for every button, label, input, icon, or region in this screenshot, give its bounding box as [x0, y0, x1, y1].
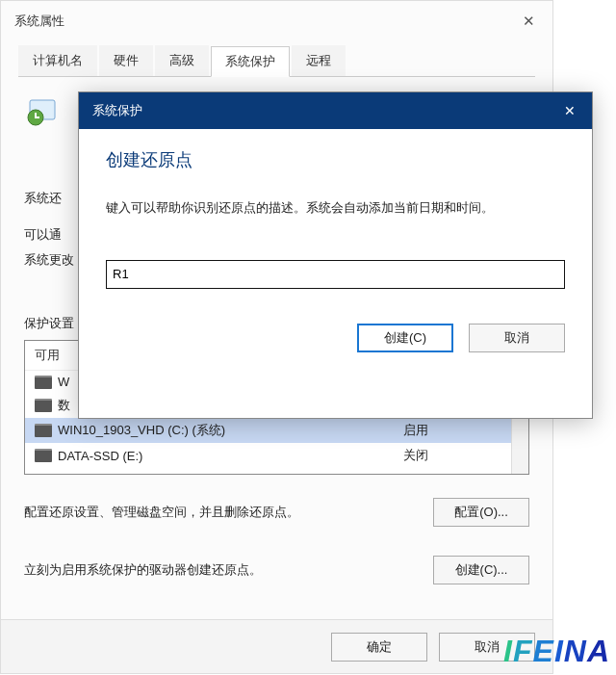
- dialog-button-bar: 确定 取消: [1, 619, 552, 673]
- table-row[interactable]: WIN10_1903_VHD (C:) (系统) 启用: [25, 418, 528, 443]
- close-icon[interactable]: ✕: [504, 1, 552, 41]
- system-properties-titlebar: 系统属性 ✕: [1, 1, 552, 41]
- create-button[interactable]: 创建(C)...: [433, 556, 529, 584]
- configure-description: 配置还原设置、管理磁盘空间，并且删除还原点。: [24, 504, 299, 521]
- configure-button[interactable]: 配置(O)...: [433, 498, 529, 527]
- modal-cancel-button[interactable]: 取消: [469, 324, 565, 352]
- tab-remote[interactable]: 远程: [292, 45, 346, 76]
- tab-row: 计算机名 硬件 高级 系统保护 远程: [18, 45, 535, 77]
- drive-icon: [35, 376, 52, 389]
- tab-computer-name[interactable]: 计算机名: [18, 45, 97, 76]
- tab-advanced[interactable]: 高级: [155, 45, 209, 76]
- create-restore-point-dialog: 系统保护 ✕ 创建还原点 键入可以帮助你识别还原点的描述。系统会自动添加当前日期…: [78, 91, 593, 419]
- table-row[interactable]: DATA-SSD (E:) 关闭: [25, 443, 528, 468]
- drive-name: DATA-SSD (E:): [58, 449, 403, 463]
- drive-name: WIN10_1903_VHD (C:) (系统): [58, 422, 403, 439]
- close-icon[interactable]: ✕: [548, 92, 592, 129]
- tab-system-protection[interactable]: 系统保护: [211, 46, 290, 77]
- drive-icon: [35, 399, 52, 412]
- modal-description: 键入可以帮助你识别还原点的描述。系统会自动添加当前日期和时间。: [106, 198, 565, 218]
- drive-icon: [35, 424, 52, 437]
- drive-icon: [35, 449, 52, 462]
- drive-status: 启用: [403, 422, 519, 439]
- modal-title-text: 系统保护: [92, 102, 142, 119]
- watermark-logo: IFEINA: [503, 634, 610, 669]
- create-description: 立刻为启用系统保护的驱动器创建还原点。: [24, 561, 262, 579]
- window-title: 系统属性: [14, 13, 64, 30]
- restore-point-name-input[interactable]: [106, 260, 565, 289]
- tab-hardware[interactable]: 硬件: [99, 45, 153, 76]
- modal-create-button[interactable]: 创建(C): [357, 324, 453, 352]
- ok-button[interactable]: 确定: [331, 633, 427, 662]
- drive-status: 关闭: [403, 447, 519, 464]
- system-restore-icon: [24, 91, 63, 132]
- modal-heading: 创建还原点: [106, 148, 565, 171]
- modal-titlebar: 系统保护 ✕: [79, 92, 592, 129]
